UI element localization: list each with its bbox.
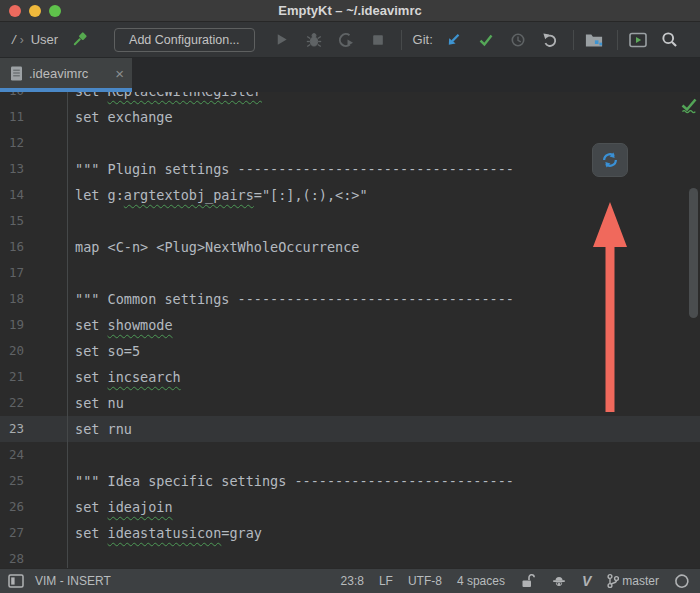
code-text: let g:argtextobj_pairs="[:],(:),<:>" <box>68 182 368 208</box>
code-text: set rnu <box>68 416 132 442</box>
toolwindow-toggle-icon[interactable] <box>8 573 24 589</box>
ideavim-icon[interactable]: V <box>582 573 591 589</box>
run-window-icon[interactable] <box>629 31 647 49</box>
notifications-icon[interactable] <box>674 573 690 589</box>
title-bar: EmptyKt – ~/.ideavimrc <box>0 0 700 22</box>
code-text: set ReplaceWithRegister <box>68 92 262 104</box>
window-title: EmptyKt – ~/.ideavimrc <box>278 3 421 18</box>
build-hammer-icon[interactable] <box>70 31 88 49</box>
typo-squiggle-word: argtextobj_pairs <box>124 187 254 203</box>
line-number[interactable]: 14 <box>0 182 68 208</box>
project-structure-folder-icon[interactable] <box>585 31 603 49</box>
line-number[interactable]: 10 <box>0 92 68 104</box>
code-text: set exchange <box>68 104 173 130</box>
line-number[interactable]: 15 <box>0 208 68 234</box>
editor-pane[interactable]: 10set ReplaceWithRegister11set exchange1… <box>0 92 700 568</box>
typo-squiggle-word: ReplaceWithRegister <box>108 92 262 99</box>
code-text <box>68 208 75 234</box>
code-text: """ Idea specific settings -------------… <box>68 468 514 494</box>
code-line[interactable]: 10set ReplaceWithRegister <box>0 92 700 104</box>
line-number[interactable]: 13 <box>0 156 68 182</box>
status-bar: VIM - INSERT 23:8 LF UTF-8 4 spaces V ma… <box>0 568 700 593</box>
lock-unlocked-icon[interactable] <box>520 573 536 589</box>
code-text: map <C-n> <Plug>NextWholeOccurrence <box>68 234 359 260</box>
run-icon[interactable] <box>273 31 291 49</box>
ide-window: EmptyKt – ~/.ideavimrc / › User Add Conf… <box>0 0 700 593</box>
search-icon[interactable] <box>661 31 679 49</box>
debug-bug-icon[interactable] <box>305 31 323 49</box>
line-number[interactable]: 26 <box>0 494 68 520</box>
tab-close-icon[interactable]: × <box>115 66 124 81</box>
annotation-arrow-up <box>591 202 629 412</box>
sync-refresh-button[interactable] <box>592 143 628 177</box>
highlighting-level-hector-icon[interactable] <box>551 573 567 589</box>
inspections-ok-icon[interactable] <box>680 96 698 114</box>
code-text: set nu <box>68 390 124 416</box>
code-line[interactable]: 28 <box>0 546 700 568</box>
line-number[interactable]: 22 <box>0 390 68 416</box>
git-branch-widget[interactable]: master <box>606 573 659 589</box>
code-line[interactable]: 24 <box>0 442 700 468</box>
code-line[interactable]: 25""" Idea specific settings -----------… <box>0 468 700 494</box>
line-number[interactable]: 16 <box>0 234 68 260</box>
add-configuration-button[interactable]: Add Configuration... <box>114 28 255 52</box>
line-number[interactable]: 21 <box>0 364 68 390</box>
tab-label: .ideavimrc <box>29 66 88 81</box>
vim-mode-indicator[interactable]: VIM - INSERT <box>35 574 111 588</box>
code-line[interactable]: 23set rnu <box>0 416 700 442</box>
line-number[interactable]: 20 <box>0 338 68 364</box>
line-number[interactable]: 25 <box>0 468 68 494</box>
stop-icon[interactable] <box>369 31 387 49</box>
file-encoding[interactable]: UTF-8 <box>408 574 442 588</box>
rollback-undo-icon[interactable] <box>541 31 559 49</box>
line-number[interactable]: 27 <box>0 520 68 546</box>
typo-squiggle-word: ideajoin <box>108 499 173 515</box>
breadcrumb-root[interactable]: / <box>12 32 16 47</box>
code-text <box>68 442 75 468</box>
line-number[interactable]: 28 <box>0 546 68 568</box>
code-line[interactable]: 27set ideastatusicon=gray <box>0 520 700 546</box>
code-line[interactable]: 11set exchange <box>0 104 700 130</box>
minimize-window-button[interactable] <box>29 5 41 17</box>
breadcrumb-item[interactable]: User <box>31 32 58 47</box>
line-number[interactable]: 24 <box>0 442 68 468</box>
line-number[interactable]: 12 <box>0 130 68 156</box>
sync-refresh-icon <box>601 151 619 169</box>
zoom-window-button[interactable] <box>49 5 61 17</box>
code-text <box>68 260 75 286</box>
code-text: """ Plugin settings --------------------… <box>68 156 514 182</box>
line-number[interactable]: 18 <box>0 286 68 312</box>
indent-setting[interactable]: 4 spaces <box>457 574 505 588</box>
code-text: set incsearch <box>68 364 181 390</box>
typo-squiggle-word: incsearch <box>108 369 181 385</box>
code-text: set so=5 <box>68 338 140 364</box>
git-update-icon[interactable] <box>445 31 463 49</box>
profiler-icon[interactable] <box>337 31 355 49</box>
file-icon <box>10 66 23 81</box>
line-number[interactable]: 23 <box>0 416 68 442</box>
caret-position[interactable]: 23:8 <box>341 574 364 588</box>
code-line[interactable]: 26set ideajoin <box>0 494 700 520</box>
editor-tab-bar: .ideavimrc × <box>0 58 700 92</box>
line-number[interactable]: 11 <box>0 104 68 130</box>
traffic-lights <box>9 5 61 17</box>
close-window-button[interactable] <box>9 5 21 17</box>
code-text: """ Common settings --------------------… <box>68 286 514 312</box>
history-clock-icon[interactable] <box>509 31 527 49</box>
line-separator[interactable]: LF <box>379 574 393 588</box>
tab-ideavimrc[interactable]: .ideavimrc × <box>0 58 132 92</box>
code-text: set ideajoin <box>68 494 173 520</box>
line-number[interactable]: 17 <box>0 260 68 286</box>
git-commit-check-icon[interactable] <box>477 31 495 49</box>
line-number[interactable]: 19 <box>0 312 68 338</box>
code-text: set ideastatusicon=gray <box>68 520 262 546</box>
git-label: Git: <box>413 32 433 47</box>
toolbar-separator <box>573 30 574 50</box>
typo-squiggle-word: showmode <box>108 317 173 333</box>
code-text <box>68 130 75 156</box>
code-text <box>68 546 75 568</box>
vertical-scrollbar-thumb[interactable] <box>689 188 698 318</box>
toolbar-separator <box>401 30 402 50</box>
git-branch-name: master <box>622 574 659 588</box>
typo-squiggle-word: ideastatusicon <box>108 525 222 541</box>
